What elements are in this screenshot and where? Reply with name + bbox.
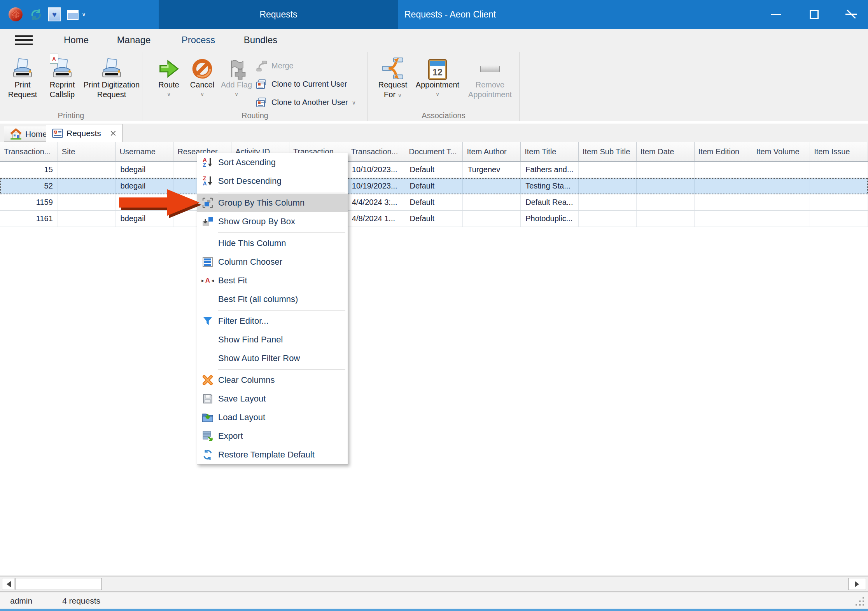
tab-bundles[interactable]: Bundles xyxy=(238,29,283,51)
menu-item-show-find-panel[interactable]: Show Find Panel xyxy=(197,330,348,349)
cell-site xyxy=(58,162,116,178)
print-request-button[interactable]: Print Request xyxy=(3,54,42,100)
chevron-down-icon[interactable] xyxy=(82,11,86,18)
column-header-item-date[interactable]: Item Date xyxy=(637,142,695,161)
menu-separator xyxy=(197,231,348,234)
ribbon-tab-row: Home Manage Process Bundles i ? xyxy=(0,29,868,52)
group-label-routing: Routing xyxy=(142,111,368,120)
scrollbar-thumb[interactable] xyxy=(16,578,102,590)
column-header-transaction-number[interactable]: Transaction... xyxy=(0,142,58,161)
cell-site xyxy=(58,194,116,210)
column-header-item-edition[interactable]: Item Edition xyxy=(695,142,752,161)
column-header-item-author[interactable]: Item Author xyxy=(463,142,521,161)
request-row-15[interactable]: 15 bdegail 10/10/2023... Default Turgene… xyxy=(0,162,868,178)
scroll-left-button[interactable] xyxy=(2,578,14,590)
request-count: 4 requests xyxy=(62,592,100,609)
menu-item-group-by-this-column[interactable]: Group By This Column xyxy=(197,194,348,212)
sync-icon[interactable] xyxy=(30,8,43,21)
ribbon: Print Request A Reprint Callslip xyxy=(0,52,868,121)
horizontal-scrollbar[interactable] xyxy=(0,576,868,592)
resize-grip-icon[interactable] xyxy=(855,596,865,606)
grid-header-row: Transaction... Site Username Researcher.… xyxy=(0,142,868,162)
clone-to-current-user-button[interactable]: Clone to Current User xyxy=(256,75,367,93)
menu-item-hide-this-column[interactable]: Hide This Column xyxy=(197,234,348,253)
cell-item-date xyxy=(637,178,695,194)
clone-to-another-user-button[interactable]: Clone to Another User xyxy=(256,93,367,112)
tab-home[interactable]: Home xyxy=(58,29,94,51)
menu-item-sort-descending[interactable]: ZA Sort Descending xyxy=(197,172,348,190)
column-header-transaction-date[interactable]: Transaction... xyxy=(347,142,405,161)
tab-requests[interactable]: A Requests xyxy=(46,124,122,142)
status-bar: admin 4 requests xyxy=(0,592,868,609)
merge-button[interactable]: Merge xyxy=(256,57,367,75)
chevron-down-icon[interactable] xyxy=(200,91,204,97)
menu-item-show-auto-filter-row[interactable]: Show Auto Filter Row xyxy=(197,349,348,368)
aeon-logo-icon[interactable] xyxy=(9,7,23,21)
cell-transaction-number: 52 xyxy=(0,178,58,194)
cell-item-issue xyxy=(810,178,868,194)
chevron-down-icon[interactable] xyxy=(436,91,439,97)
minimize-button[interactable] xyxy=(764,0,788,29)
column-header-item-sub-title[interactable]: Item Sub Title xyxy=(579,142,637,161)
scroll-right-button[interactable] xyxy=(848,578,866,590)
request-for-button[interactable]: Request For xyxy=(373,54,413,100)
tab-manage[interactable]: Manage xyxy=(112,29,156,51)
print-digitization-request-button[interactable]: Print Digitization Request xyxy=(82,54,141,100)
cell-item-edition xyxy=(695,162,752,178)
column-header-document-type[interactable]: Document T... xyxy=(405,142,463,161)
callslip-card-icon: A xyxy=(50,54,58,64)
appointment-button[interactable]: 12 Appointment xyxy=(415,54,460,97)
flag-plus-icon xyxy=(226,54,247,80)
chevron-down-icon xyxy=(234,91,238,97)
menu-item-save-layout[interactable]: Save Layout xyxy=(197,389,348,408)
cell-transaction-number: 1161 xyxy=(0,211,58,227)
cancel-icon xyxy=(192,54,213,80)
menu-item-export[interactable]: Export xyxy=(197,427,348,445)
chevron-down-icon[interactable] xyxy=(352,100,356,106)
column-header-site[interactable]: Site xyxy=(58,142,116,161)
window-menu-icon[interactable] xyxy=(67,10,79,20)
best-fit-icon: A xyxy=(197,277,218,285)
close-button[interactable] xyxy=(839,0,863,29)
column-header-item-issue[interactable]: Item Issue xyxy=(810,142,868,161)
column-header-item-title[interactable]: Item Title xyxy=(521,142,579,161)
merge-icon xyxy=(256,60,268,72)
cancel-button[interactable]: Cancel xyxy=(187,54,218,97)
column-header-username[interactable]: Username xyxy=(116,142,174,161)
menu-item-clear-columns[interactable]: Clear Columns xyxy=(197,371,348,389)
menu-item-sort-ascending[interactable]: AZ Sort Ascending xyxy=(197,153,348,172)
cell-item-issue xyxy=(810,211,868,227)
menu-item-best-fit-all-columns[interactable]: Best Fit (all columns) xyxy=(197,290,348,309)
cell-transaction-number: 15 xyxy=(0,162,58,178)
menu-item-column-chooser[interactable]: Column Chooser xyxy=(197,253,348,271)
menu-item-best-fit[interactable]: A Best Fit xyxy=(197,271,348,290)
titlebar-app-tab[interactable]: Requests xyxy=(159,0,398,29)
add-flag-button[interactable]: Add Flag xyxy=(219,54,254,97)
cell-document-type: Default xyxy=(405,162,463,178)
cell-item-author: Turgenev xyxy=(463,162,521,178)
tab-process[interactable]: Process xyxy=(176,29,221,51)
hamburger-menu-icon[interactable] xyxy=(15,35,33,45)
cell-site xyxy=(58,211,116,227)
route-button[interactable]: Route xyxy=(153,54,184,97)
menu-item-load-layout[interactable]: Load Layout xyxy=(197,408,348,427)
home-icon xyxy=(10,128,22,140)
save-layout-icon xyxy=(197,393,218,405)
close-tab-icon[interactable] xyxy=(110,130,117,137)
reprint-callslip-button[interactable]: A Reprint Callslip xyxy=(43,54,82,100)
menu-item-restore-template-default[interactable]: Restore Template Default xyxy=(197,445,348,464)
remove-appointment-button[interactable]: Remove Appointment xyxy=(463,54,517,100)
request-for-icon xyxy=(382,54,404,80)
chevron-down-icon[interactable] xyxy=(167,91,171,97)
cell-item-volume xyxy=(752,162,810,178)
cell-transaction-date: 10/19/2023... xyxy=(347,178,405,194)
cell-document-type: Default xyxy=(405,211,463,227)
column-header-item-volume[interactable]: Item Volume xyxy=(752,142,810,161)
maximize-button[interactable] xyxy=(802,0,826,29)
menu-item-show-group-by-box[interactable]: Show Group By Box xyxy=(197,212,348,231)
menu-item-filter-editor[interactable]: Filter Editor... xyxy=(197,312,348,330)
notes-heart-icon[interactable] xyxy=(48,7,61,21)
cell-transaction-date: 4/4/2024 3:... xyxy=(347,194,405,210)
cell-document-type: Default xyxy=(405,194,463,210)
chevron-down-icon[interactable] xyxy=(398,92,402,98)
